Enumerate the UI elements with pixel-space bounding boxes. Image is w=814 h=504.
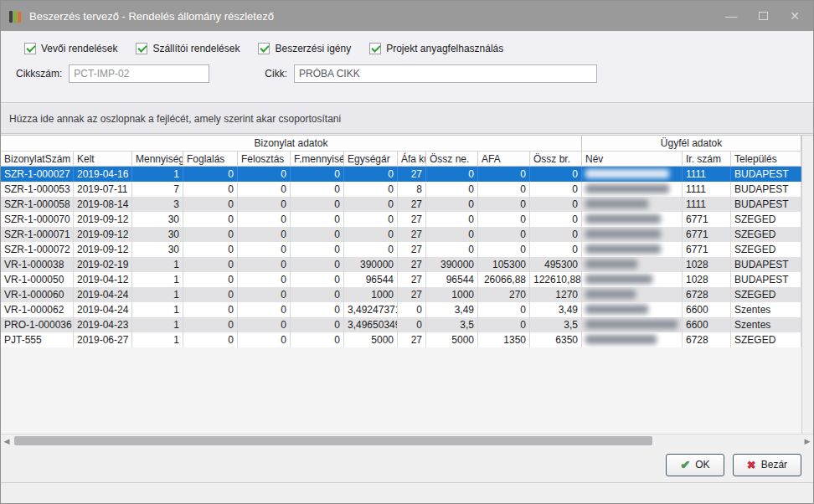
redacted-name — [585, 335, 657, 344]
table-row[interactable]: SZR-1-0000272019-04-1610000270001111BUDA… — [1, 167, 801, 182]
checkbox-projekt-anyagfelhasznalas[interactable]: Projekt anyagfelhasználás — [369, 43, 503, 54]
cell: 0 — [530, 242, 582, 257]
cell: SZEGED — [731, 227, 801, 242]
checkbox-checked-icon — [258, 43, 270, 54]
checkbox-beszerzesi-igeny[interactable]: Beszerzési igény — [258, 43, 351, 54]
column-header-11[interactable]: Név — [582, 152, 683, 167]
cell: 270 — [478, 287, 530, 302]
column-header-3[interactable]: Foglalás — [183, 152, 238, 167]
cell: 27 — [398, 242, 426, 257]
column-header-1[interactable]: Kelt — [74, 152, 132, 167]
cell: 0 — [426, 227, 478, 242]
cell: 6771 — [683, 227, 731, 242]
column-header-9[interactable]: AFA — [478, 152, 530, 167]
cell: 6728 — [683, 332, 731, 347]
column-header-0[interactable]: BizonylatSzám — [1, 152, 74, 167]
checkbox-row: Vevői rendelések Szállítói rendelések Be… — [1, 31, 813, 54]
table-row[interactable]: VR-1-0000602019-04-241000100027100027012… — [1, 287, 801, 302]
cell: SZR-1-000058 — [1, 197, 74, 212]
column-header-4[interactable]: Felosztás — [238, 152, 291, 167]
cell — [582, 272, 683, 287]
dialog-window: Beszerzés tervező - Rendelés állomány ré… — [0, 0, 814, 504]
cell: 1 — [132, 317, 183, 332]
horizontal-scrollbar[interactable]: ◀ ▶ — [1, 434, 813, 447]
cell: 0 — [238, 167, 291, 182]
cell: 0 — [344, 182, 398, 197]
table-row[interactable]: VR-1-0000382019-02-191000390000273900001… — [1, 257, 801, 272]
cell: 3,5 — [426, 317, 478, 332]
cell: 0 — [344, 197, 398, 212]
table-row[interactable]: PRO-1-0000362019-04-2310003,4965034903,5… — [1, 317, 801, 332]
cell: 1 — [132, 167, 183, 182]
cell: 0 — [398, 302, 426, 317]
table-row[interactable]: SZR-1-0000582019-08-1430000270001111BUDA… — [1, 197, 801, 212]
cell: 1 — [132, 287, 183, 302]
scroll-left-arrow-icon[interactable]: ◀ — [2, 436, 12, 446]
scroll-right-arrow-icon[interactable]: ▶ — [802, 436, 812, 446]
cell: 0 — [478, 302, 530, 317]
column-header-12[interactable]: Ir. szám — [683, 152, 731, 167]
column-header-5[interactable]: F.mennyiség — [291, 152, 344, 167]
close-button[interactable]: ✖ Bezár — [733, 454, 801, 476]
column-header-10[interactable]: Össz br. — [530, 152, 582, 167]
cell: 0 — [478, 167, 530, 182]
cell: 0 — [426, 212, 478, 227]
column-header-2[interactable]: Mennyiség — [132, 152, 183, 167]
cell: 0 — [344, 242, 398, 257]
cell: 30 — [132, 212, 183, 227]
cell: 0 — [344, 167, 398, 182]
cell: 0 — [238, 317, 291, 332]
table-row[interactable]: SZR-1-0000532019-07-117000080001111BUDAP… — [1, 182, 801, 197]
cell: 0 — [291, 272, 344, 287]
cell: 2019-04-23 — [74, 317, 132, 332]
group-by-hint: Húzza ide annak az oszlopnak a fejlécét,… — [9, 113, 341, 125]
cell: 105300 — [478, 257, 530, 272]
band-header-1[interactable]: Ügyfél adatok — [582, 136, 801, 152]
cell — [582, 257, 683, 272]
checkbox-vevoi-rendelesek[interactable]: Vevői rendelések — [24, 43, 117, 54]
column-header-6[interactable]: Egységár — [344, 152, 398, 167]
cell: 495300 — [530, 257, 582, 272]
cell: 0 — [183, 302, 238, 317]
cell: 27 — [398, 197, 426, 212]
cell: 1350 — [478, 332, 530, 347]
cell: SZR-1-000027 — [1, 167, 74, 182]
checkbox-szallitoi-rendelesek[interactable]: Szállítói rendelések — [136, 43, 240, 54]
table-row[interactable]: SZR-1-0000712019-09-12300000270006771SZE… — [1, 227, 801, 242]
cell: 2019-09-12 — [74, 212, 132, 227]
cell: VR-1-000062 — [1, 302, 74, 317]
column-header-13[interactable]: Település — [731, 152, 801, 167]
cikkszam-input[interactable] — [69, 64, 209, 83]
band-header-0[interactable]: Bizonylat adatok — [1, 136, 582, 152]
redacted-name — [585, 184, 669, 193]
cell: SZR-1-000053 — [1, 182, 74, 197]
vertical-scrollbar-track[interactable] — [801, 135, 813, 434]
table-row[interactable]: SZR-1-0000722019-09-12300000270006771SZE… — [1, 242, 801, 257]
cell: Szentes — [731, 302, 801, 317]
minimize-icon[interactable]: — — [725, 10, 737, 22]
cell: 96544 — [344, 272, 398, 287]
cell: 30 — [132, 242, 183, 257]
cikk-input[interactable] — [294, 64, 597, 83]
column-header-7[interactable]: Áfa ku. — [398, 152, 426, 167]
table-row[interactable]: PJT-5552019-06-2710005000275000135063506… — [1, 332, 801, 347]
cell: 0 — [183, 227, 238, 242]
cell: 3,5 — [530, 317, 582, 332]
status-bar — [1, 482, 813, 503]
table-row[interactable]: SZR-1-0000702019-09-12300000270006771SZE… — [1, 212, 801, 227]
window-title: Beszerzés tervező - Rendelés állomány ré… — [29, 10, 725, 23]
table-row[interactable]: VR-1-0000622019-04-2410003,4924737103,49… — [1, 302, 801, 317]
cell: 0 — [398, 317, 426, 332]
group-by-panel[interactable]: Húzza ide annak az oszlopnak a fejlécét,… — [1, 104, 813, 134]
cell: 7 — [132, 182, 183, 197]
redacted-name — [585, 275, 652, 284]
table-row[interactable]: VR-1-0000502019-04-121000965442796544260… — [1, 272, 801, 287]
ok-button[interactable]: ✔ OK — [666, 454, 724, 476]
maximize-icon[interactable] — [759, 10, 768, 22]
close-icon[interactable]: ✕ — [790, 10, 800, 22]
hscroll-thumb[interactable] — [14, 436, 652, 445]
column-header-8[interactable]: Össz ne. — [426, 152, 478, 167]
cell: 27 — [398, 332, 426, 347]
cell: 3 — [132, 197, 183, 212]
cell: 0 — [238, 227, 291, 242]
